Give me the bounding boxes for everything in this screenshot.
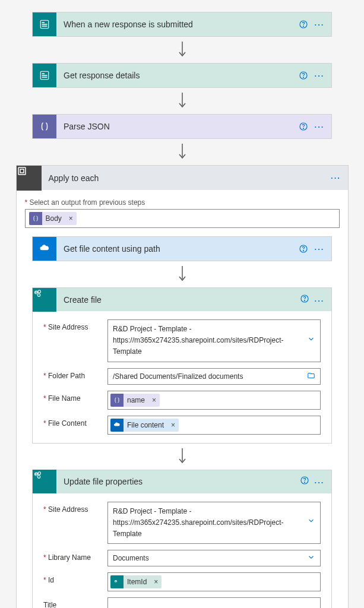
- file-name-label: * File Name: [43, 391, 103, 403]
- get-response-card[interactable]: Get response details ···: [32, 63, 332, 88]
- parse-json-card[interactable]: Parse JSON ···: [32, 114, 332, 139]
- site-address-input[interactable]: R&D Project - Template - https://m365x27…: [107, 319, 321, 362]
- svg-rect-3: [42, 26, 48, 27]
- update-file-props-title: Update file properties: [56, 477, 299, 486]
- itemid-token[interactable]: S ItemId ×: [110, 575, 162, 588]
- svg-point-22: [38, 290, 41, 293]
- library-name-input[interactable]: Documents: [107, 550, 321, 566]
- svg-point-26: [305, 300, 305, 301]
- svg-point-15: [303, 128, 303, 129]
- loop-icon: [17, 166, 42, 191]
- more-icon[interactable]: ···: [312, 477, 327, 488]
- site-address-label: * Site Address: [43, 319, 103, 331]
- select-output-input[interactable]: Body ×: [25, 209, 340, 228]
- forms-icon: [33, 12, 56, 36]
- get-response-title: Get response details: [64, 71, 298, 80]
- title-input[interactable]: [107, 597, 321, 608]
- update-file-props-header[interactable]: S Update file properties ···: [32, 470, 332, 493]
- connector-arrow: [0, 88, 364, 114]
- more-icon[interactable]: ···: [312, 19, 327, 30]
- onedrive-icon: [33, 237, 56, 261]
- forms-icon: [33, 64, 56, 87]
- help-icon[interactable]: [299, 293, 310, 304]
- svg-point-30: [37, 476, 40, 479]
- svg-rect-10: [42, 77, 48, 78]
- more-icon[interactable]: ···: [312, 243, 327, 254]
- svg-text:S: S: [36, 473, 38, 476]
- svg-rect-9: [42, 75, 48, 76]
- remove-token-icon[interactable]: ×: [65, 214, 77, 223]
- id-input[interactable]: S ItemId ×: [107, 572, 321, 591]
- remove-token-icon[interactable]: ×: [150, 578, 162, 586]
- apply-to-each-header[interactable]: Apply to each ···: [16, 165, 349, 190]
- create-file-card: S Create file ··· * Site Address R&D Pro…: [32, 287, 332, 444]
- help-icon[interactable]: [298, 19, 309, 30]
- library-name-label: * Library Name: [43, 550, 103, 562]
- svg-point-5: [303, 26, 303, 27]
- svg-point-12: [303, 77, 303, 78]
- select-output-label: * Select an output from previous steps: [25, 198, 340, 207]
- more-icon[interactable]: ···: [329, 173, 343, 183]
- trigger-card[interactable]: When a new response is submitted ···: [32, 12, 332, 37]
- help-icon[interactable]: [298, 121, 309, 132]
- trigger-title: When a new response is submitted: [64, 20, 298, 29]
- create-file-title: Create file: [56, 295, 299, 305]
- connector-arrow: [25, 261, 340, 287]
- chevron-down-icon[interactable]: [307, 553, 315, 563]
- chevron-down-icon[interactable]: [307, 517, 315, 528]
- file-content-input[interactable]: File content ×: [107, 416, 321, 435]
- json-icon: [33, 115, 56, 138]
- file-content-token[interactable]: File content ×: [110, 419, 179, 432]
- connector-arrow: [25, 444, 340, 470]
- file-name-input[interactable]: name ×: [107, 391, 321, 410]
- svg-rect-17: [18, 167, 26, 175]
- sharepoint-icon: S: [33, 470, 56, 493]
- folder-path-input[interactable]: /Shared Documents/Finalized documents: [107, 368, 321, 385]
- parse-json-title: Parse JSON: [64, 122, 298, 131]
- svg-point-33: [305, 482, 305, 483]
- more-icon[interactable]: ···: [312, 295, 327, 306]
- apply-to-each-title: Apply to each: [42, 173, 329, 183]
- create-file-header[interactable]: S Create file ···: [32, 287, 332, 311]
- help-icon[interactable]: [298, 243, 309, 254]
- file-content-label: * File Content: [43, 416, 103, 428]
- svg-text:S: S: [36, 290, 38, 294]
- help-icon[interactable]: [298, 70, 309, 81]
- connector-arrow: [0, 139, 364, 165]
- svg-rect-2: [42, 24, 48, 25]
- sharepoint-icon: S: [33, 288, 56, 312]
- svg-rect-8: [42, 73, 45, 74]
- site-address-input[interactable]: R&D Project - Template - https://m365x27…: [107, 502, 321, 544]
- get-file-content-card[interactable]: Get file content using path ···: [32, 236, 332, 261]
- title-label: Title: [43, 597, 103, 608]
- svg-rect-1: [42, 22, 45, 23]
- update-file-props-card: S Update file properties ··· * Site Addr…: [32, 470, 332, 608]
- more-icon[interactable]: ···: [312, 70, 327, 81]
- svg-point-29: [38, 472, 41, 475]
- help-icon[interactable]: [299, 475, 310, 486]
- site-address-label: * Site Address: [43, 502, 103, 514]
- chevron-down-icon[interactable]: [307, 335, 315, 347]
- connector-arrow: [0, 37, 364, 63]
- remove-token-icon[interactable]: ×: [148, 396, 160, 404]
- svg-point-23: [37, 293, 40, 296]
- remove-token-icon[interactable]: ×: [167, 421, 179, 429]
- folder-path-label: * Folder Path: [43, 368, 103, 380]
- id-label: * Id: [43, 572, 103, 584]
- body-token[interactable]: Body ×: [29, 212, 77, 225]
- svg-point-19: [303, 251, 303, 251]
- folder-picker-icon[interactable]: [307, 371, 315, 381]
- get-file-content-title: Get file content using path: [64, 244, 298, 254]
- name-token[interactable]: name ×: [110, 394, 160, 407]
- more-icon[interactable]: ···: [312, 121, 327, 132]
